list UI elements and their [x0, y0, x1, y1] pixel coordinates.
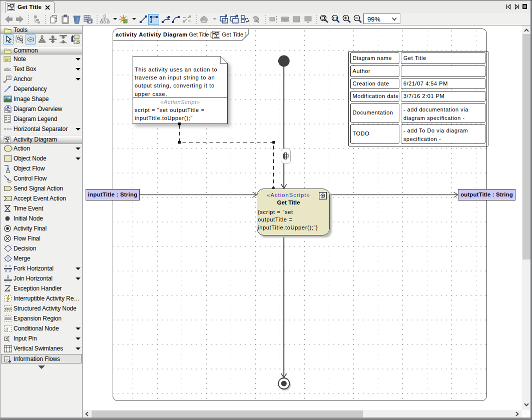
svg-text:abc: abc — [4, 67, 12, 72]
svg-text:1:1: 1:1 — [332, 16, 337, 20]
